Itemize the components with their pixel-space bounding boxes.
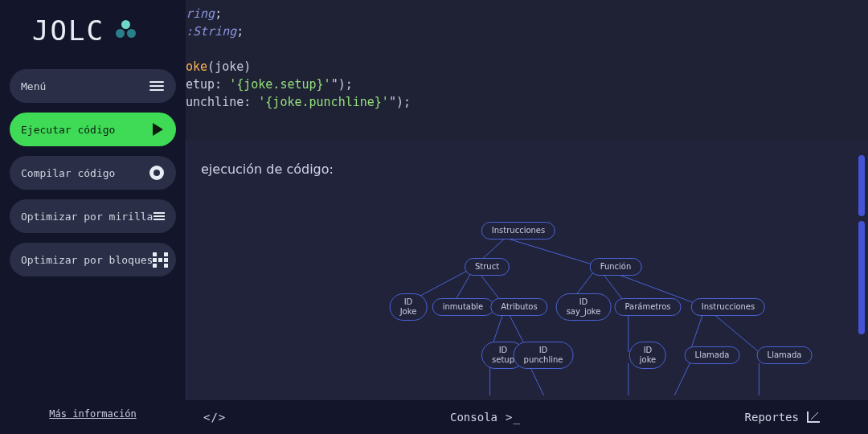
scroll-thumb[interactable] [858, 155, 865, 216]
scroll-thumb[interactable] [858, 221, 865, 334]
peephole-label: Optimizar por mirilla [21, 211, 153, 223]
output-scrollbar[interactable] [858, 155, 865, 391]
brand: JOLC [10, 14, 176, 47]
svg-line-16 [674, 363, 690, 395]
grid-icon [153, 252, 168, 268]
reports-tab[interactable]: Reportes [745, 411, 820, 424]
ast-node[interactable]: Atributos [490, 298, 547, 316]
output-title: ejecución de código: [201, 162, 854, 177]
bottom-bar: </> Consola Reportes [186, 399, 868, 434]
hamburger-icon [149, 78, 165, 94]
output-panel: ejecución de código: InstruccionesStruct… [186, 141, 868, 399]
ast-node[interactable]: Llamada [757, 346, 813, 364]
play-icon [149, 121, 165, 137]
console-tab[interactable]: Consola [450, 411, 521, 424]
swap-icon [153, 208, 165, 224]
run-code-button[interactable]: Ejecutar código [10, 113, 176, 146]
peephole-optimize-button[interactable]: Optimizar por mirilla [10, 199, 176, 233]
editor-line: :String; [186, 23, 868, 40]
code-tab[interactable]: </> [203, 411, 226, 424]
ast-node[interactable]: Llamada [685, 346, 740, 364]
ast-node[interactable]: IDpunchline [514, 342, 574, 369]
reports-label: Reportes [745, 411, 799, 424]
compile-label: Compilar código [21, 167, 115, 179]
gear-icon [149, 165, 165, 181]
more-info-link[interactable]: Más información [10, 405, 176, 423]
editor-line: etup: '{joke.setup}'"); [186, 76, 868, 93]
ast-node[interactable]: Instrucciones [691, 298, 765, 316]
editor-line: ring; [186, 5, 868, 23]
chart-icon [807, 411, 820, 423]
ast-node[interactable]: Struct [465, 258, 510, 276]
menu-toggle[interactable]: Menú [10, 69, 176, 103]
compile-code-button[interactable]: Compilar código [10, 156, 176, 190]
console-label: Consola [450, 411, 497, 424]
ast-node[interactable]: Instrucciones [481, 222, 555, 240]
run-label: Ejecutar código [21, 124, 115, 136]
main-area: ring;:String; oke(joke)etup: '{joke.setu… [186, 0, 868, 434]
ast-node[interactable]: Parámetros [615, 298, 682, 316]
ast-graph[interactable]: InstruccionesStructFunciónIDJokeinmutabl… [201, 186, 854, 399]
editor-line: unchline: '{joke.punchline}'"); [186, 93, 868, 111]
brand-name: JOLC [32, 14, 104, 47]
terminal-icon [506, 411, 521, 424]
ast-node[interactable]: Función [590, 258, 642, 276]
brand-icon [116, 20, 137, 41]
block-label: Optimizar por bloques [21, 254, 153, 266]
code-editor[interactable]: ring;:String; oke(joke)etup: '{joke.setu… [186, 0, 868, 141]
ast-node[interactable]: IDJoke [390, 293, 428, 321]
ast-node[interactable]: IDsay_joke [556, 293, 612, 321]
editor-line: oke(joke) [186, 58, 868, 76]
sidebar: JOLC Menú Ejecutar código Compilar códig… [0, 0, 186, 434]
editor-line [186, 40, 868, 58]
block-optimize-button[interactable]: Optimizar por bloques [10, 243, 176, 276]
menu-label: Menú [21, 80, 46, 92]
ast-node[interactable]: inmutable [432, 298, 494, 316]
ast-node[interactable]: IDjoke [629, 342, 666, 369]
svg-line-1 [506, 238, 598, 266]
